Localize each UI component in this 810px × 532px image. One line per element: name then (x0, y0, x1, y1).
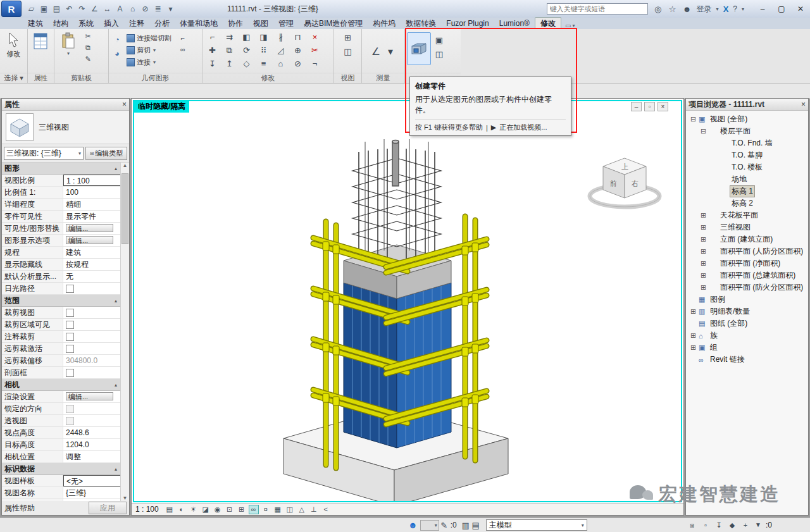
visual-style-icon[interactable]: ◐ (177, 505, 187, 514)
rotate-icon[interactable]: ⟳ (239, 44, 254, 56)
shadows-icon[interactable]: ◪ (201, 505, 211, 514)
open-icon[interactable]: ▱ (25, 3, 37, 15)
cut-geometry-icon[interactable]: ◕ (111, 47, 123, 59)
properties-help-link[interactable]: 属性帮助 (4, 503, 35, 514)
detail-level-icon[interactable]: ▤ (165, 505, 175, 514)
property-value[interactable]: 编辑... (63, 235, 121, 246)
geometry-button[interactable]: 连接 ▾ (125, 57, 175, 68)
tree-item-label[interactable]: 图纸 (全部) (708, 318, 749, 330)
tree-expand-toggle[interactable] (690, 320, 697, 327)
ribbon-tab[interactable]: 修改 (535, 17, 561, 29)
properties-header[interactable]: 属性 × (2, 99, 129, 111)
view-close-icon[interactable]: × (657, 102, 668, 111)
scale-icon[interactable]: ◿ (273, 44, 289, 56)
create-parts-button[interactable] (407, 32, 431, 65)
property-value[interactable] (63, 343, 121, 354)
tree-expand-toggle[interactable] (711, 140, 718, 147)
property-value[interactable] (63, 331, 121, 342)
ribbon-tab[interactable]: Fuzor Plugin (441, 18, 494, 29)
cut-profile-icon[interactable]: ✂ (307, 44, 323, 56)
tree-item-label[interactable]: 明细表/数量 (708, 306, 752, 318)
editing-requests-icon[interactable]: ✎ (439, 519, 449, 531)
copy-icon[interactable]: ⧉ (82, 42, 94, 53)
sun-path-icon[interactable]: ☀ (189, 505, 199, 514)
property-checkbox[interactable] (66, 405, 74, 413)
tree-item[interactable]: ⊞ 三维视图 (686, 221, 808, 233)
view-minimize-icon[interactable]: – (631, 102, 642, 111)
selection-box-icon[interactable]: ⊞ (342, 31, 354, 44)
select-links-icon[interactable]: ⧈ (687, 519, 697, 531)
property-checkbox[interactable] (66, 321, 74, 329)
paste-button[interactable]: ▾ (56, 31, 80, 56)
property-value[interactable]: 编辑... (63, 391, 121, 402)
tree-item[interactable]: 场地 (686, 173, 808, 185)
property-checkbox[interactable] (66, 309, 74, 317)
property-checkbox[interactable] (66, 333, 74, 341)
select-pinned-icon[interactable]: ↧ (714, 519, 724, 531)
fill-region-icon[interactable]: ¬ (307, 58, 323, 70)
tree-item[interactable]: ⊞ 面积平面 (防火分区面积) (686, 281, 808, 294)
view-scale-control[interactable]: 1 : 100 (135, 505, 159, 514)
modify-tool-button[interactable]: 修改 (2, 31, 25, 59)
view-restore-icon[interactable]: ▫ (644, 102, 655, 111)
panel-label-geometry[interactable]: 几何图形 (109, 73, 202, 83)
tree-item[interactable]: ⊞ 面积平面 (总建筑面积) (686, 269, 808, 281)
geometry-button[interactable]: 连接端切割 (125, 33, 175, 44)
move-icon[interactable]: ✚ (204, 44, 220, 56)
property-checkbox[interactable] (66, 285, 74, 293)
property-value[interactable] (63, 319, 121, 330)
ribbon-tab[interactable]: 分析 (149, 18, 175, 29)
drag-on-selection-icon[interactable]: + (740, 519, 751, 531)
tree-expand-toggle[interactable] (711, 200, 718, 207)
design-options-icon[interactable]: ▥ (461, 519, 471, 531)
temporary-hide-icon[interactable]: ∞ (249, 505, 259, 514)
communication-center-icon[interactable]: ◎ (653, 4, 663, 14)
scroll-up-icon[interactable]: ▲ (123, 163, 128, 168)
wall-joins-icon[interactable]: ⌐ (177, 33, 189, 43)
tree-item[interactable]: T.O. Fnd. 墙 (686, 137, 808, 149)
property-value[interactable]: <无> (63, 475, 121, 486)
pin-icon[interactable]: ↧ (204, 58, 220, 70)
property-value[interactable] (63, 307, 121, 318)
tree-expand-toggle[interactable]: ⊞ (700, 236, 707, 243)
property-value[interactable]: {三维} (63, 487, 121, 498)
property-value[interactable]: 1204.0 (63, 439, 121, 450)
tree-item[interactable]: ⊟ 楼层平面 (686, 125, 808, 137)
copy-element-icon[interactable]: ⧉ (221, 44, 237, 56)
geometry-button[interactable]: 剪切 ▾ (125, 45, 175, 56)
property-value[interactable]: 显示零件 (63, 211, 121, 222)
tree-item-label[interactable]: 面积平面 (防火分区面积) (718, 281, 805, 294)
tree-item[interactable]: ⊟ ▣ 视图 (全部) (686, 113, 808, 125)
tree-item-label[interactable]: 天花板平面 (718, 209, 760, 221)
thin-lines-icon[interactable]: ≣ (152, 3, 164, 15)
tree-item[interactable]: T.O. 楼板 (686, 161, 808, 173)
tree-expand-toggle[interactable] (711, 164, 718, 171)
tree-item-label[interactable]: Revit 链接 (708, 354, 747, 366)
ribbon-tab[interactable]: 视图 (248, 18, 273, 29)
tree-expand-toggle[interactable]: ⊞ (690, 332, 697, 339)
tree-item-label[interactable]: 面积平面 (总建筑面积) (718, 269, 797, 281)
properties-scrollbar[interactable]: ▲ ▼ (120, 163, 129, 501)
measure-icon[interactable]: ∠ (89, 3, 101, 15)
tree-expand-toggle[interactable]: ⊟ (700, 128, 707, 135)
properties-close-icon[interactable]: × (122, 100, 127, 109)
redo-icon[interactable]: ↷ (76, 3, 88, 15)
tree-expand-toggle[interactable] (690, 356, 697, 363)
property-value[interactable]: 精细 (63, 199, 121, 210)
print-icon[interactable]: ▤ (51, 3, 63, 15)
tree-item-label[interactable]: 族 (708, 330, 720, 342)
tree-item-label[interactable]: 面积平面 (人防分区面积) (718, 245, 805, 257)
tree-expand-toggle[interactable]: ⊞ (700, 272, 707, 279)
ribbon-tab[interactable]: 易达BIM造价管理 (299, 18, 368, 29)
close-button[interactable]: ✕ (791, 1, 810, 16)
tree-expand-toggle[interactable]: ⊞ (700, 212, 707, 219)
align-icon[interactable]: ⌐ (204, 31, 220, 43)
property-value[interactable]: 无 (63, 271, 121, 282)
revit-app-button[interactable]: R (1, 1, 22, 17)
active-design-option-select[interactable]: 主模型 ▾ (486, 519, 587, 531)
tree-item-label[interactable]: T.O. Fnd. 墙 (730, 137, 775, 149)
ribbon-tab[interactable]: 插入 (99, 18, 124, 29)
ribbon-tab[interactable]: 体量和场地 (175, 18, 223, 29)
tree-item-label[interactable]: 视图 (全部) (708, 113, 749, 125)
tree-item-label[interactable]: T.O. 基脚 (730, 149, 764, 161)
